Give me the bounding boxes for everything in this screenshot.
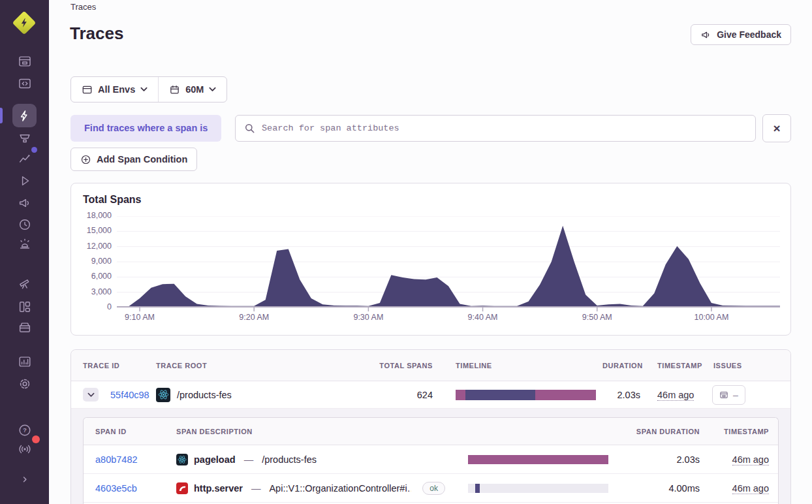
y-tick-label: 0 [107,302,112,311]
trace-issues-chip[interactable]: – [712,385,745,405]
chevron-down-icon [140,87,148,92]
sidebar-item-feedback[interactable] [12,191,37,215]
time-range-filter-button[interactable]: 60M [159,77,226,102]
chevron-down-icon [209,87,216,92]
dashboard-grid-icon [18,300,32,314]
issues-icon [18,54,32,69]
sidebar-item-settings[interactable] [12,372,37,396]
sidebar-item-stacks[interactable] [12,315,37,339]
x-tick-label: 9:10 AM [125,313,155,322]
col-total-spans: TOTAL SPANS [352,362,433,370]
chart-plot-area [117,216,780,314]
col-span-duration: SPAN DURATION [615,428,700,435]
y-axis-labels: 03,0006,0009,00012,00015,00018,000 [71,216,112,307]
add-span-condition-button[interactable]: Add Span Condition [70,148,197,171]
x-tick-label: 9:20 AM [239,313,269,322]
svg-text:?: ? [23,426,27,433]
chevron-down-icon [87,392,95,398]
window-icon [82,84,93,95]
span-timeline-bar [468,455,608,464]
help-icon: ? [18,423,32,437]
total-spans-card: Total Spans 03,0006,0009,00012,00015,000… [70,183,791,336]
span-description-label: Api::V1::OrganizationController#i… [269,483,411,494]
x-axis-labels: 9:10 AM9:20 AM9:30 AM9:40 AM9:50 AM10:00… [117,313,780,326]
col-timestamp: TIMESTAMP [640,362,712,370]
megaphone-icon [18,196,32,210]
sidebar-item-service-updates[interactable] [12,437,37,461]
sidebar-item-issues[interactable] [12,50,37,73]
sidebar-item-traces[interactable] [12,104,37,127]
span-duration-value: 2.03s [615,454,700,465]
span-separator: — [251,483,261,494]
timeline-segment [456,390,465,400]
span-duration-value: 4.00ms [615,483,700,494]
react-icon [156,388,170,402]
col-span-description: SPAN DESCRIPTION [176,428,445,435]
issues-empty-value: – [733,390,738,400]
span-timeline-bar [468,484,608,493]
timeline-segment [475,484,480,493]
sidebar: ? [0,0,49,504]
traces-table-header: TRACE ID TRACE ROOT TOTAL SPANS TIMELINE… [71,350,790,381]
sidebar-item-discover[interactable] [12,272,37,295]
span-timestamp-link[interactable]: 46m ago [732,483,769,494]
sidebar-item-projects[interactable] [12,72,37,95]
expand-trace-button[interactable] [83,388,99,402]
span-op-label: pageload [194,454,236,465]
close-icon: × [773,121,780,136]
clear-search-button[interactable]: × [762,114,791,142]
span-id-link[interactable]: 4603e5cb [95,483,137,494]
col-trace-root: TRACE ROOT [156,362,352,370]
broadcast-icon [18,442,32,456]
main-content: Traces Traces Give Feedback All Envs 60M… [49,0,812,504]
profiling-icon [18,131,32,146]
sidebar-collapse-toggle[interactable] [12,467,37,491]
chart-title: Total Spans [83,194,142,206]
telescope-icon [18,276,32,291]
bar-chart-icon [18,354,32,369]
spans-table-header: SPAN ID SPAN DESCRIPTION SPAN DURATION T… [84,418,778,445]
history-clock-icon [18,217,32,232]
archive-box-icon [18,320,32,334]
span-status-badge: ok [422,482,445,495]
col-trace-id: TRACE ID [71,362,156,370]
chevron-right-icon [19,473,31,485]
sentry-logo[interactable] [11,10,37,36]
lightning-bolt-icon [18,109,31,123]
give-feedback-label: Give Feedback [717,29,781,40]
sidebar-item-replays[interactable] [12,169,37,193]
sidebar-item-stats[interactable] [12,350,37,373]
calendar-icon [169,84,180,95]
col-timeline: TIMELINE [433,362,602,370]
sidebar-item-crons[interactable] [12,232,37,255]
timeline-segment [468,455,608,464]
megaphone-icon [700,29,711,40]
span-search-input[interactable] [235,115,756,142]
page-filter-bar: All Envs 60M [70,76,227,102]
col-span-timestamp: TIMESTAMP [700,428,781,435]
give-feedback-button[interactable]: Give Feedback [691,24,791,45]
span-op-label: http.server [194,483,243,494]
metrics-notification-badge [31,147,37,153]
span-id-link[interactable]: a80b7482 [95,454,138,465]
trace-row: 55f40c98 /products-fes 624 2.03s 46m ago… [71,381,790,409]
col-issues: ISSUES [712,362,768,370]
react-icon [176,454,188,465]
siren-icon [18,236,32,251]
environment-filter-button[interactable]: All Envs [71,77,158,102]
active-nav-indicator [0,108,3,123]
logo-bolt-icon [18,15,31,31]
chart-area-series [117,226,780,307]
sidebar-item-metrics[interactable] [12,147,37,170]
timeline-segment [535,390,596,400]
total-spans-area-chart [117,216,780,313]
y-tick-label: 9,000 [91,257,112,266]
y-tick-label: 3,000 [91,287,112,296]
span-timestamp-link[interactable]: 46m ago [732,454,769,465]
trace-id-link[interactable]: 55f40c98 [110,390,149,400]
breadcrumb[interactable]: Traces [70,2,96,12]
rails-icon [176,482,188,494]
gear-icon [18,377,32,391]
trace-timestamp-link[interactable]: 46m ago [657,390,694,401]
total-spans-value: 624 [352,390,433,400]
